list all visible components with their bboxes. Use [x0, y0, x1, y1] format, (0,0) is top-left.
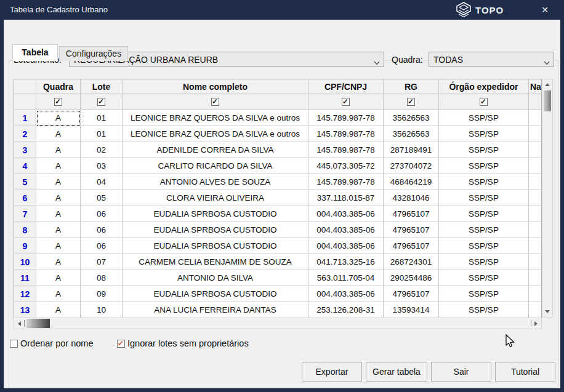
cell-rg[interactable]: 268724301	[384, 254, 439, 270]
cell-row-number[interactable]: 8	[14, 222, 36, 238]
cell-row-number[interactable]: 7	[14, 206, 36, 222]
cell-rg[interactable]: 43281046	[384, 190, 439, 206]
cell-lote[interactable]: 01	[81, 110, 123, 126]
horizontal-scrollbar-thumb[interactable]	[26, 319, 50, 328]
cell-nome[interactable]: CARLITO RICARDO DA SILVA	[123, 158, 308, 174]
cell-cpf[interactable]: 145.789.987-78	[308, 110, 384, 126]
cell-nome[interactable]: EUDALIA SPRBOSA CUSTODIO	[123, 238, 308, 254]
cell-cpf[interactable]: 145.789.987-78	[308, 142, 384, 158]
checkbox-icon[interactable]	[117, 340, 125, 348]
cell-empty[interactable]	[529, 110, 541, 126]
column-header-quadra[interactable]: Quadra	[36, 79, 81, 94]
column-filter-checkbox[interactable]	[97, 98, 105, 106]
cell-orgao[interactable]: SSP/SP	[439, 142, 529, 158]
cell-empty[interactable]	[529, 222, 541, 238]
cell-row-number[interactable]: 12	[14, 286, 36, 302]
scroll-right-icon[interactable]	[534, 321, 538, 326]
cell-rg[interactable]: 287189491	[384, 142, 439, 158]
cell-row-number[interactable]: 11	[14, 270, 36, 286]
cell-row-number[interactable]: 4	[14, 158, 36, 174]
cell-cpf[interactable]: 145.789.987-78	[308, 126, 384, 142]
cell-nome[interactable]: EUDALIA SPRBOSA CUSTODIO	[123, 286, 308, 302]
cell-orgao[interactable]: SSP/SP	[439, 110, 529, 126]
cell-empty[interactable]	[529, 254, 541, 270]
tab-configuracoes[interactable]: Configurações	[59, 46, 128, 61]
cell-rg[interactable]: 35626563	[384, 126, 439, 142]
cell-rg[interactable]: 47965107	[384, 238, 439, 254]
cell-orgao[interactable]: SSP/SP	[439, 126, 529, 142]
column-filter-checkbox[interactable]	[54, 98, 62, 106]
cell-quadra[interactable]: A	[36, 270, 81, 286]
quadra-select[interactable]: TODAS	[429, 52, 554, 67]
cell-quadra[interactable]: A	[36, 110, 81, 126]
cell-lote[interactable]: 02	[81, 142, 123, 158]
cell-cpf[interactable]: 041.713.325-16	[308, 254, 384, 270]
cell-quadra[interactable]: A	[36, 238, 81, 254]
cell-empty[interactable]	[529, 302, 541, 318]
cell-quadra[interactable]: A	[36, 254, 81, 270]
cell-quadra[interactable]: A	[36, 126, 81, 142]
cell-row-number[interactable]: 10	[14, 254, 36, 270]
cell-orgao[interactable]: SSP/SP	[439, 158, 529, 174]
cell-lote[interactable]: 06	[81, 222, 123, 238]
cell-nome[interactable]: LEONICE BRAZ QUEROS DA SILVA e outros	[123, 110, 308, 126]
cell-cpf[interactable]: 004.403.385-06	[308, 222, 384, 238]
cell-orgao[interactable]: SSP/SP	[439, 190, 529, 206]
cell-empty[interactable]	[529, 286, 541, 302]
close-icon[interactable]: ✕	[536, 0, 554, 20]
column-header-lote[interactable]: Lote	[81, 79, 123, 94]
cell-empty[interactable]	[529, 142, 541, 158]
exportar-button[interactable]: Exportar	[302, 362, 362, 382]
tutorial-button[interactable]: Tutorial	[495, 362, 555, 382]
cell-lote[interactable]: 07	[81, 254, 123, 270]
cell-orgao[interactable]: SSP/SP	[439, 206, 529, 222]
cell-nome[interactable]: ANTONIO DA SILVA	[123, 270, 308, 286]
vertical-scrollbar-thumb[interactable]	[544, 90, 551, 111]
cell-nome[interactable]: ADENILDE CORREA DA SILVA	[123, 142, 308, 158]
column-header-orgao[interactable]: Órgão expedidor	[439, 79, 529, 94]
vertical-scrollbar[interactable]	[542, 79, 553, 318]
sair-button[interactable]: Sair	[431, 362, 491, 382]
cell-quadra[interactable]: A	[36, 206, 81, 222]
cell-cpf[interactable]: 337.118.015-87	[308, 190, 384, 206]
cell-row-number[interactable]: 2	[14, 126, 36, 142]
tab-tabela[interactable]: Tabela	[12, 44, 58, 61]
ignorar-lotes-checkbox[interactable]: Ignorar lotes sem proprietários	[117, 338, 249, 348]
cell-empty[interactable]	[529, 190, 541, 206]
cell-cpf[interactable]: 145.789.987-78	[308, 174, 384, 190]
cell-quadra[interactable]: A	[36, 142, 81, 158]
cell-row-number[interactable]: 6	[14, 190, 36, 206]
cell-row-number[interactable]: 13	[14, 302, 36, 318]
cell-quadra[interactable]: A	[36, 174, 81, 190]
cell-rg[interactable]: 468464219	[384, 174, 439, 190]
cell-quadra[interactable]: A	[36, 190, 81, 206]
column-filter-checkbox[interactable]	[342, 98, 350, 106]
cell-lote[interactable]: 05	[81, 190, 123, 206]
cell-lote[interactable]: 04	[81, 174, 123, 190]
cell-row-number[interactable]: 5	[14, 174, 36, 190]
cell-nome[interactable]: ANTONIO ALVES DE SOUZA	[123, 174, 308, 190]
cell-lote[interactable]: 09	[81, 286, 123, 302]
scroll-left-icon[interactable]	[18, 321, 21, 326]
column-header-rownum[interactable]	[14, 79, 36, 94]
cell-lote[interactable]: 03	[81, 158, 123, 174]
cell-nome[interactable]: LEONICE BRAZ QUEROS DA SILVA e outros	[123, 126, 308, 142]
cell-nome[interactable]: ANA LUCIA FERREIRA DANTAS	[123, 302, 308, 318]
cell-cpf[interactable]: 004.403.385-06	[308, 238, 384, 254]
cell-rg[interactable]: 47965107	[384, 206, 439, 222]
cell-orgao[interactable]: SSP/SP	[439, 302, 529, 318]
cell-rg[interactable]: 290254486	[384, 270, 439, 286]
horizontal-scrollbar[interactable]	[14, 318, 542, 329]
cell-quadra[interactable]: A	[36, 158, 81, 174]
column-header-cpf[interactable]: CPF/CNPJ	[308, 79, 384, 94]
ordenar-por-nome-checkbox[interactable]: Ordenar por nome	[10, 338, 93, 348]
cell-empty[interactable]	[529, 158, 541, 174]
cell-empty[interactable]	[529, 174, 541, 190]
cell-lote[interactable]: 01	[81, 126, 123, 142]
cell-rg[interactable]: 273704072	[384, 158, 439, 174]
cell-cpf[interactable]: 445.073.305-72	[308, 158, 384, 174]
cell-cpf[interactable]: 004.403.385-06	[308, 206, 384, 222]
cell-lote[interactable]: 06	[81, 238, 123, 254]
cell-quadra[interactable]: A	[36, 222, 81, 238]
cell-cpf[interactable]: 563.011.705-04	[308, 270, 384, 286]
